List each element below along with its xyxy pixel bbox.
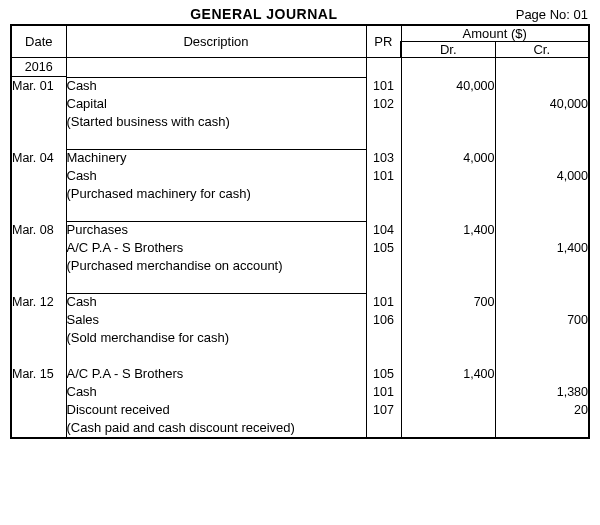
narration: (Purchased merchandise on account) xyxy=(66,257,366,275)
spacer xyxy=(495,275,589,293)
spacer xyxy=(366,131,401,149)
col-header-description: Description xyxy=(66,25,366,58)
spacer xyxy=(366,203,401,221)
posting-ref: 101 xyxy=(366,77,401,96)
journal-title: GENERAL JOURNAL xyxy=(12,6,516,22)
spacer xyxy=(401,275,495,293)
page-number: Page No: 01 xyxy=(516,7,588,22)
pr-empty xyxy=(366,419,401,438)
entry-date-empty xyxy=(11,185,66,203)
debit-amount: 4,000 xyxy=(401,149,495,167)
debit-account: Purchases xyxy=(66,221,366,239)
cr-empty xyxy=(495,185,589,203)
credit-amount: 40,000 xyxy=(495,95,589,113)
dr-empty xyxy=(401,58,495,77)
spacer xyxy=(495,203,589,221)
desc-empty xyxy=(66,58,366,77)
general-journal-table: Date Description PR Amount ($) Dr. Cr. 2… xyxy=(10,24,590,439)
spacer xyxy=(11,203,66,221)
entry-date xyxy=(11,311,66,329)
spacer xyxy=(66,131,366,149)
pr-empty xyxy=(366,58,401,77)
entry-date xyxy=(11,383,66,401)
debit-amount: 700 xyxy=(401,293,495,311)
dr-empty xyxy=(401,329,495,347)
spacer xyxy=(66,203,366,221)
debit-amount xyxy=(401,311,495,329)
entry-date: Mar. 04 xyxy=(11,149,66,167)
pr-empty xyxy=(366,185,401,203)
credit-account: Capital xyxy=(66,95,366,113)
credit-amount: 700 xyxy=(495,311,589,329)
spacer xyxy=(366,347,401,365)
debit-amount xyxy=(401,167,495,185)
narration: (Sold merchandise for cash) xyxy=(66,329,366,347)
posting-ref: 101 xyxy=(366,293,401,311)
cr-empty xyxy=(495,329,589,347)
entry-date: Mar. 12 xyxy=(11,293,66,311)
posting-ref: 103 xyxy=(366,149,401,167)
entry-date-empty xyxy=(11,113,66,131)
spacer xyxy=(366,275,401,293)
debit-account: Cash xyxy=(66,293,366,311)
posting-ref: 104 xyxy=(366,221,401,239)
entry-date xyxy=(11,167,66,185)
narration: (Cash paid and cash discount received) xyxy=(66,419,366,438)
cr-empty xyxy=(495,113,589,131)
credit-amount xyxy=(495,293,589,311)
debit-amount: 40,000 xyxy=(401,77,495,96)
credit-amount xyxy=(495,149,589,167)
pr-empty xyxy=(366,329,401,347)
credit-amount: 20 xyxy=(495,401,589,419)
cr-empty xyxy=(495,257,589,275)
entry-date: Mar. 01 xyxy=(11,77,66,96)
entry-date-empty xyxy=(11,257,66,275)
spacer xyxy=(11,347,66,365)
spacer xyxy=(401,203,495,221)
debit-amount: 1,400 xyxy=(401,365,495,383)
dr-empty xyxy=(401,185,495,203)
entry-date-empty xyxy=(11,329,66,347)
credit-account: Sales xyxy=(66,311,366,329)
entry-date xyxy=(11,239,66,257)
spacer xyxy=(401,347,495,365)
debit-account: A/C P.A - S Brothers xyxy=(66,365,366,383)
narration: (Started business with cash) xyxy=(66,113,366,131)
entry-date xyxy=(11,95,66,113)
col-header-amount: Amount ($) xyxy=(401,25,589,42)
journal-header: GENERAL JOURNAL Page No: 01 xyxy=(10,6,590,24)
dr-empty xyxy=(401,257,495,275)
debit-amount xyxy=(401,95,495,113)
col-header-pr: PR xyxy=(366,25,401,58)
debit-account: Cash xyxy=(66,77,366,96)
credit-amount: 1,380 xyxy=(495,383,589,401)
spacer xyxy=(495,131,589,149)
spacer xyxy=(11,131,66,149)
posting-ref: 101 xyxy=(366,383,401,401)
narration: (Purchased machinery for cash) xyxy=(66,185,366,203)
spacer xyxy=(66,347,366,365)
entry-date xyxy=(11,401,66,419)
credit-account: Discount received xyxy=(66,401,366,419)
dr-empty xyxy=(401,113,495,131)
spacer xyxy=(66,275,366,293)
posting-ref: 102 xyxy=(366,95,401,113)
credit-amount xyxy=(495,365,589,383)
credit-amount xyxy=(495,77,589,96)
spacer xyxy=(11,275,66,293)
pr-empty xyxy=(366,113,401,131)
spacer xyxy=(401,131,495,149)
cr-empty xyxy=(495,419,589,438)
entry-date-empty xyxy=(11,419,66,438)
spacer xyxy=(495,347,589,365)
dr-empty xyxy=(401,419,495,438)
debit-amount xyxy=(401,239,495,257)
col-header-date: Date xyxy=(11,25,66,58)
col-header-dr: Dr. xyxy=(401,42,495,58)
debit-amount xyxy=(401,401,495,419)
entry-date: Mar. 15 xyxy=(11,365,66,383)
cr-empty xyxy=(495,58,589,77)
credit-account: A/C P.A - S Brothers xyxy=(66,239,366,257)
debit-amount xyxy=(401,383,495,401)
credit-account: Cash xyxy=(66,383,366,401)
